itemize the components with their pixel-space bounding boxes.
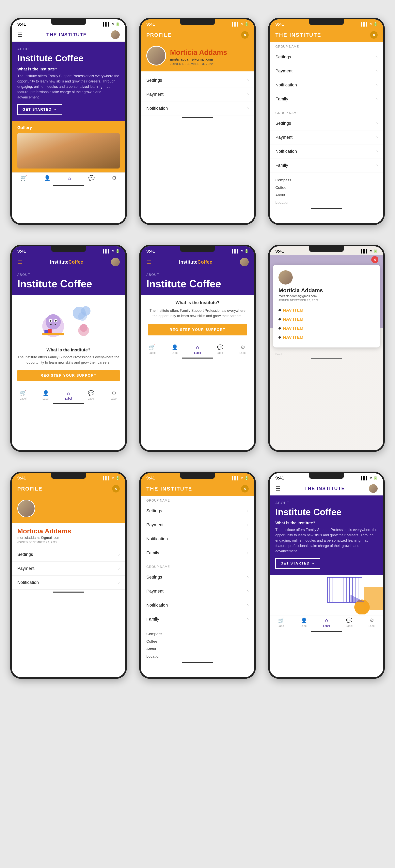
nav-item-1-6[interactable]: NAV ITEM: [279, 306, 374, 315]
hamburger-icon-5[interactable]: ☰: [146, 259, 151, 266]
nav-home-5[interactable]: ⌂ Label: [194, 344, 201, 354]
get-started-button-9[interactable]: GET STARTED →: [275, 558, 320, 569]
about-item-8[interactable]: About: [146, 645, 249, 653]
nav-user-5[interactable]: 👤 Label: [171, 344, 178, 354]
settings-item-1-3[interactable]: Settings ›: [270, 50, 383, 64]
nav-gear-9[interactable]: ⚙ Label: [369, 617, 375, 627]
group-name-label-1-8: GROUP NAME: [141, 496, 254, 504]
family-item-2-8[interactable]: Family ›: [141, 612, 254, 626]
cart-icon-5: 🛒: [149, 344, 155, 350]
settings-item-2-3[interactable]: Settings ›: [270, 116, 383, 130]
logo-coffee-4: Coffee: [68, 259, 83, 265]
payment-item-1-8[interactable]: Payment ›: [141, 518, 254, 532]
hamburger-icon-4[interactable]: ☰: [18, 259, 22, 266]
nav-home-9[interactable]: ⌂ Label: [323, 617, 330, 627]
nav-chat-9[interactable]: 💬 Label: [346, 617, 352, 627]
menu-payment-2[interactable]: Payment ›: [141, 87, 254, 101]
nav-home-4[interactable]: ⌂ Label: [65, 390, 72, 400]
notification-label-2-8: Notification: [146, 602, 168, 608]
logo-coffee-5: Coffee: [198, 259, 212, 265]
nav-label-cart-9: Label: [278, 624, 285, 627]
nav-user-9[interactable]: 👤 Label: [301, 617, 307, 627]
family-item-1-3[interactable]: Family ›: [270, 92, 383, 106]
settings-item-7[interactable]: Settings ›: [12, 548, 125, 562]
nav-cart-5[interactable]: 🛒 Label: [149, 344, 156, 354]
avatar-9[interactable]: [369, 484, 377, 493]
menu-settings-arrow-2: ›: [247, 78, 249, 83]
close-button-3[interactable]: ×: [370, 31, 377, 39]
nav-user-1[interactable]: 👤: [44, 175, 50, 181]
status-icons-6: ▌▌▌ ≋ 🔋: [361, 249, 377, 253]
profile-header-2: PROFILE ×: [141, 28, 254, 42]
notification-item-1-8[interactable]: Notification ›: [141, 532, 254, 546]
location-item-3[interactable]: Location: [275, 199, 377, 207]
payment-item-2-3[interactable]: Payment ›: [270, 130, 383, 145]
settings-item-1-8[interactable]: Settings ›: [141, 504, 254, 518]
nav-item-3-6[interactable]: NAV ITEM: [279, 324, 374, 333]
register-button-5[interactable]: REGISTER YOUR SUPPORT: [148, 324, 247, 335]
menu-settings-2[interactable]: Settings ›: [141, 73, 254, 87]
nav-chat-4[interactable]: 💬 Label: [88, 390, 94, 400]
coffee-item-3[interactable]: Coffee: [275, 184, 377, 191]
notification-item-2-3[interactable]: Notification ›: [270, 145, 383, 158]
hamburger-icon-1[interactable]: ☰: [18, 32, 22, 38]
close-button-2[interactable]: ×: [241, 31, 249, 39]
compass-item-3[interactable]: Compass: [275, 177, 377, 184]
avatar-5[interactable]: [240, 258, 249, 267]
payment-item-7[interactable]: Payment ›: [12, 562, 125, 576]
purple-about-4: ABOUT Institute Coffee: [12, 269, 125, 296]
nav-gear-1[interactable]: ⚙: [112, 175, 116, 181]
home-icon-4: ⌂: [67, 390, 70, 396]
settings-arrow-1-3: ›: [376, 55, 377, 60]
avatar-4[interactable]: [111, 258, 120, 267]
close-button-8[interactable]: ×: [241, 485, 249, 493]
purple-about-label-4: ABOUT: [18, 273, 120, 277]
register-button-4[interactable]: REGISTER YOUR SUPPORT: [18, 370, 120, 381]
nav-chat-1[interactable]: 💬: [88, 175, 94, 181]
compass-item-8[interactable]: Compass: [146, 630, 249, 638]
nav-item-2-6[interactable]: NAV ITEM: [279, 315, 374, 324]
family-item-1-8[interactable]: Family ›: [141, 546, 254, 560]
popup-avatar-6: [279, 270, 293, 284]
status-time-9: 9:41: [275, 475, 284, 480]
nav-gear-4[interactable]: ⚙ Label: [110, 390, 117, 400]
settings-label-2-8: Settings: [146, 575, 162, 580]
nav-item-text-1-6: NAV ITEM: [283, 308, 303, 313]
nav-cart-9[interactable]: 🛒 Label: [278, 617, 285, 627]
nav-item-4-6[interactable]: NAV ITEM: [279, 333, 374, 342]
location-item-8[interactable]: Location: [146, 653, 249, 660]
svg-point-13: [80, 324, 88, 332]
nav-user-4[interactable]: 👤 Label: [43, 390, 49, 400]
about-item-3[interactable]: About: [275, 191, 377, 199]
nav-cart-1[interactable]: 🛒: [21, 175, 27, 181]
header-logo-9: THE INSTITUTE: [304, 486, 345, 491]
status-time-7: 9:41: [18, 475, 26, 480]
nav-home-1[interactable]: ⌂: [68, 175, 71, 181]
screen-1: 9:41 ▌▌▌ ≋ 🔋 ☰ THE INSTITUTE ABOUT Insti…: [10, 18, 127, 225]
svg-rect-29: [364, 587, 383, 610]
payment-item-1-3[interactable]: Payment ›: [270, 64, 383, 78]
payment-label-1-3: Payment: [275, 68, 292, 73]
notification-item-7[interactable]: Notification ›: [12, 576, 125, 590]
notification-item-1-3[interactable]: Notification ›: [270, 78, 383, 92]
screen-2: 9:41 ▌▌▌ ≋ 🔋 PROFILE × Morticia Addams m…: [139, 18, 256, 225]
nav-gear-5[interactable]: ⚙ Label: [239, 344, 246, 354]
close-button-7[interactable]: ×: [112, 485, 120, 493]
get-started-button-1[interactable]: GET STARTED →: [18, 104, 62, 115]
settings-header-8: THE INSTITUTE ×: [141, 482, 254, 496]
notification-item-2-8[interactable]: Notification ›: [141, 598, 254, 612]
settings-item-2-8[interactable]: Settings ›: [141, 570, 254, 584]
payment-item-2-8[interactable]: Payment ›: [141, 584, 254, 598]
coffee-item-8[interactable]: Coffee: [146, 638, 249, 645]
user-icon-5: 👤: [172, 344, 178, 350]
hamburger-icon-9[interactable]: ☰: [275, 486, 280, 492]
nav-chat-5[interactable]: 💬 Label: [217, 344, 224, 354]
avatar-1[interactable]: [111, 30, 120, 39]
nav-cart-4[interactable]: 🛒 Label: [20, 390, 26, 400]
status-time-6: 9:41: [275, 249, 284, 254]
gear-icon-5: ⚙: [241, 344, 245, 350]
about-title-9: Institute Coffee: [275, 507, 377, 517]
cart-icon-4: 🛒: [20, 390, 26, 396]
family-item-2-3[interactable]: Family ›: [270, 158, 383, 173]
menu-notification-2[interactable]: Notification ›: [141, 101, 254, 116]
